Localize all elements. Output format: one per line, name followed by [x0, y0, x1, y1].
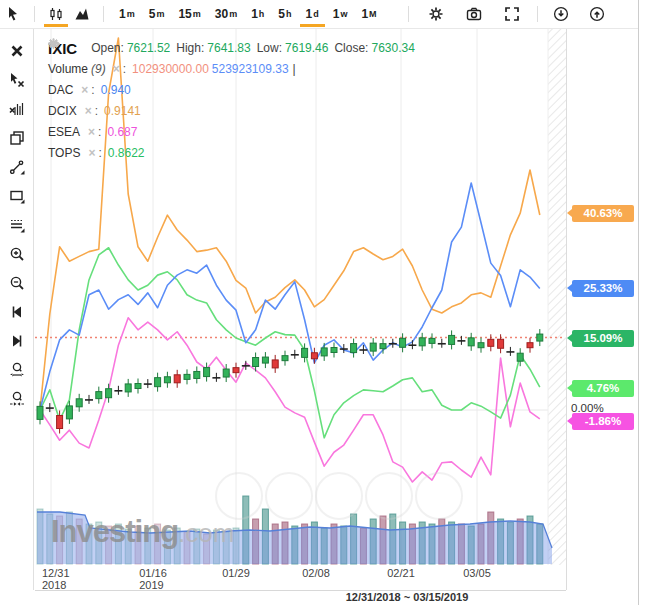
- shape-tool-button[interactable]: [4, 181, 30, 210]
- clone-drawing-button[interactable]: [4, 123, 30, 152]
- remove-drawing-button[interactable]: [4, 65, 30, 94]
- timeframe-15m-button[interactable]: 15m: [171, 1, 207, 27]
- pan-right-button[interactable]: [4, 326, 30, 355]
- price-change-tag: 25.33%: [572, 280, 634, 297]
- timeframe-30m-button[interactable]: 30m: [208, 1, 244, 27]
- date-axis[interactable]: 12/31201801/16201901/2902/0802/2103/05: [35, 565, 566, 591]
- top-toolbar: 1m5m15m30m1h5h1d1w1M: [0, 0, 638, 29]
- upload-chart-button[interactable]: [584, 1, 610, 27]
- legend-remove-icon[interactable]: ×: [88, 143, 95, 164]
- timeframe-1d-button[interactable]: 1d: [299, 1, 326, 27]
- price-change-tag: 15.09%: [572, 330, 634, 347]
- fib-lines-tool-button[interactable]: [4, 210, 30, 239]
- date-tick: 02/08: [302, 567, 330, 579]
- price-change-tag: 40.63%: [572, 205, 634, 222]
- area-chart-button[interactable]: [69, 1, 95, 27]
- settings-button[interactable]: [423, 1, 449, 27]
- date-tick: 01/29: [222, 567, 250, 579]
- candlestick-chart-button[interactable]: [43, 1, 69, 27]
- timeframe-5m-button[interactable]: 5m: [142, 1, 172, 27]
- timeframe-1m-button[interactable]: 1m: [112, 1, 142, 27]
- snapshot-button[interactable]: [461, 1, 487, 27]
- toolbar-separator: [103, 6, 104, 22]
- timeframe-1h-button[interactable]: 1h: [244, 1, 271, 27]
- download-chart-button[interactable]: [548, 1, 574, 27]
- legend-remove-icon[interactable]: ×: [113, 59, 120, 80]
- date-tick: 02/21: [387, 567, 415, 579]
- pointer-tool-button[interactable]: [0, 1, 26, 27]
- date-tick: 12/312018: [42, 567, 70, 591]
- remove-indicator-button[interactable]: [4, 94, 30, 123]
- date-tick: 01/162019: [139, 567, 167, 591]
- shrink-x-range-button[interactable]: [4, 384, 30, 413]
- timeframe-1w-button[interactable]: 1w: [326, 1, 355, 27]
- price-axis[interactable]: 40.63%25.33%15.09%4.76%0.00%-1.86%: [566, 28, 639, 590]
- toolbar-separator: [408, 6, 409, 22]
- price-change-tag: 4.76%: [572, 380, 634, 397]
- zoom-out-button[interactable]: [4, 268, 30, 297]
- toolbar-separator: [34, 6, 35, 22]
- date-range-label: 12/31/2018 ~ 03/15/2019: [322, 591, 492, 603]
- legend-remove-icon[interactable]: ×: [85, 101, 92, 122]
- window-edge-divider: [638, 0, 639, 605]
- timeframe-5h-button[interactable]: 5h: [271, 1, 298, 27]
- expand-x-range-button[interactable]: [4, 355, 30, 384]
- timeframe-1M-button[interactable]: 1M: [354, 1, 383, 27]
- toolbar-separator: [537, 6, 538, 22]
- fullscreen-button[interactable]: [499, 1, 525, 27]
- zoom-in-button[interactable]: [4, 239, 30, 268]
- pan-left-button[interactable]: [4, 297, 30, 326]
- price-change-tag: -1.86%: [572, 413, 634, 430]
- trendline-tool-button[interactable]: [4, 152, 30, 181]
- chart-pane[interactable]: IXIC Open:7621.52High:7641.83Low:7619.46…: [35, 28, 566, 565]
- date-tick: 03/05: [463, 567, 491, 579]
- price-chart-svg[interactable]: [35, 28, 566, 565]
- legend-remove-icon[interactable]: ×: [81, 80, 88, 101]
- clear-all-button[interactable]: [4, 36, 30, 65]
- legend-remove-icon[interactable]: ×: [88, 122, 95, 143]
- drawing-toolbar: [0, 28, 34, 590]
